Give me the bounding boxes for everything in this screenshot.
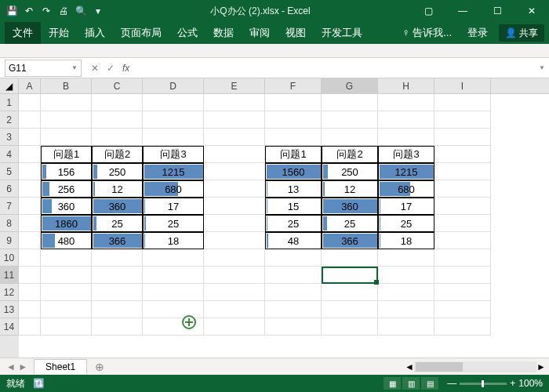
tab-developer[interactable]: 开发工具 <box>314 22 370 44</box>
formula-expand-icon[interactable]: ▼ <box>535 64 549 71</box>
row-header[interactable]: 3 <box>0 129 19 146</box>
tab-formulas[interactable]: 公式 <box>169 22 205 44</box>
data-cell[interactable]: 366 <box>92 232 143 249</box>
col-header[interactable]: C <box>92 78 143 94</box>
data-cell[interactable]: 1860 <box>41 215 92 232</box>
tab-review[interactable]: 审阅 <box>242 22 278 44</box>
sheet-tab[interactable]: Sheet1 <box>34 359 87 374</box>
data-cell[interactable]: 1215 <box>378 163 434 180</box>
add-sheet-button[interactable]: ⊕ <box>87 361 112 373</box>
tab-file[interactable]: 文件 <box>5 22 41 44</box>
data-cell[interactable]: 48 <box>265 232 322 249</box>
col-header[interactable]: D <box>143 78 204 94</box>
data-cell[interactable]: 25 <box>143 215 204 232</box>
col-header[interactable]: E <box>204 78 265 94</box>
ribbon-opts-icon[interactable]: ▢ <box>411 0 445 22</box>
sheet-nav[interactable]: ◄ ► <box>0 361 34 372</box>
data-cell[interactable]: 18 <box>378 232 434 249</box>
row-header[interactable]: 10 <box>0 249 19 267</box>
col-header[interactable]: F <box>265 78 322 94</box>
macro-icon[interactable]: 🔃 <box>33 378 45 389</box>
data-cell[interactable]: 366 <box>322 232 378 249</box>
data-cell[interactable]: 1215 <box>143 163 204 180</box>
data-cell[interactable]: 25 <box>265 215 322 232</box>
tab-layout[interactable]: 页面布局 <box>113 22 169 44</box>
table-header[interactable]: 问题2 <box>92 146 143 163</box>
data-cell[interactable]: 1560 <box>265 163 322 180</box>
qat-dropdown-icon[interactable]: ▾ <box>91 4 105 18</box>
col-header[interactable]: A <box>19 78 41 94</box>
redo-icon[interactable]: ↷ <box>39 4 53 18</box>
table-header[interactable]: 问题1 <box>265 146 322 163</box>
table-header[interactable]: 问题3 <box>143 146 204 163</box>
zoom-control[interactable]: — + 100% <box>447 378 543 389</box>
col-header[interactable]: G <box>322 78 378 94</box>
data-cell[interactable]: 480 <box>41 232 92 249</box>
row-header[interactable]: 8 <box>0 215 19 232</box>
tab-home[interactable]: 开始 <box>41 22 77 44</box>
login-button[interactable]: 登录 <box>460 22 496 44</box>
save-icon[interactable]: 💾 <box>5 4 19 18</box>
data-cell[interactable]: 680 <box>378 180 434 198</box>
row-header[interactable]: 1 <box>0 94 19 111</box>
close-button[interactable]: ✕ <box>514 0 549 22</box>
name-box[interactable]: G11▼ <box>5 60 82 77</box>
data-cell[interactable]: 360 <box>92 198 143 215</box>
horizontal-scrollbar[interactable]: ◄► <box>405 361 546 372</box>
enter-icon[interactable]: ✓ <box>107 63 115 74</box>
table-header[interactable]: 问题3 <box>378 146 434 163</box>
data-cell[interactable]: 156 <box>41 163 92 180</box>
data-cell[interactable]: 25 <box>92 215 143 232</box>
share-button[interactable]: 👤共享 <box>499 24 544 42</box>
data-cell[interactable]: 360 <box>322 198 378 215</box>
spreadsheet-grid[interactable]: ◢ ABCDEFGHI 1234567891011121314 问题1问题2问题… <box>0 78 549 358</box>
data-cell[interactable]: 12 <box>322 180 378 198</box>
print-icon[interactable]: 🖨 <box>56 4 71 18</box>
zoom-out-icon[interactable]: — <box>447 378 456 389</box>
data-cell[interactable]: 12 <box>92 180 143 198</box>
zoom-level[interactable]: 100% <box>518 378 543 389</box>
table-header[interactable]: 问题2 <box>322 146 378 163</box>
row-header[interactable]: 4 <box>0 146 19 163</box>
undo-icon[interactable]: ↶ <box>22 4 36 18</box>
data-cell[interactable]: 680 <box>143 180 204 198</box>
view-normal-icon[interactable]: ▦ <box>384 377 401 390</box>
cancel-icon[interactable]: ✕ <box>91 63 99 74</box>
data-cell[interactable]: 256 <box>41 180 92 198</box>
tab-view[interactable]: 视图 <box>278 22 314 44</box>
maximize-button[interactable]: ☐ <box>480 0 514 22</box>
row-header[interactable]: 13 <box>0 301 19 318</box>
select-all-corner[interactable]: ◢ <box>0 78 19 93</box>
row-header[interactable]: 14 <box>0 318 19 336</box>
chevron-down-icon[interactable]: ▼ <box>71 64 78 71</box>
row-header[interactable]: 5 <box>0 163 19 180</box>
data-cell[interactable]: 250 <box>92 163 143 180</box>
data-cell[interactable]: 250 <box>322 163 378 180</box>
cells-area[interactable]: 问题1问题2问题31562501215256126803603601718602… <box>19 94 549 358</box>
data-cell[interactable]: 18 <box>143 232 204 249</box>
view-layout-icon[interactable]: ▥ <box>402 377 420 390</box>
row-header[interactable]: 2 <box>0 111 19 129</box>
data-cell[interactable]: 25 <box>322 215 378 232</box>
col-header[interactable]: I <box>434 78 491 94</box>
col-header[interactable]: H <box>378 78 434 94</box>
preview-icon[interactable]: 🔍 <box>74 4 88 18</box>
data-cell[interactable]: 13 <box>265 180 322 198</box>
formula-input[interactable] <box>145 60 535 77</box>
col-header[interactable]: B <box>41 78 92 94</box>
row-header[interactable]: 6 <box>0 180 19 198</box>
tab-data[interactable]: 数据 <box>205 22 242 44</box>
row-header[interactable]: 12 <box>0 284 19 301</box>
row-header[interactable]: 11 <box>0 267 19 284</box>
view-break-icon[interactable]: ▤ <box>421 377 438 390</box>
data-cell[interactable]: 360 <box>41 198 92 215</box>
row-header[interactable]: 7 <box>0 198 19 215</box>
zoom-in-icon[interactable]: + <box>510 378 515 389</box>
zoom-slider[interactable] <box>460 383 507 385</box>
tab-insert[interactable]: 插入 <box>77 22 113 44</box>
table-header[interactable]: 问题1 <box>41 146 92 163</box>
tell-me[interactable]: ♀ 告诉我... <box>394 22 460 44</box>
fx-icon[interactable]: fx <box>122 63 136 74</box>
data-cell[interactable]: 25 <box>378 215 434 232</box>
data-cell[interactable]: 17 <box>143 198 204 215</box>
